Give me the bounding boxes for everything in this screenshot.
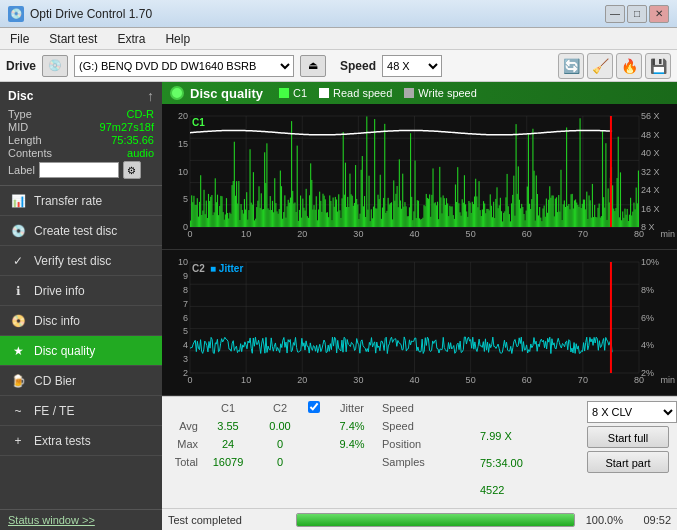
nav-disc-info[interactable]: 📀 Disc info bbox=[0, 306, 162, 336]
nav-disc-quality[interactable]: ★ Disc quality bbox=[0, 336, 162, 366]
chart1-canvas bbox=[162, 104, 677, 249]
chart-title: Disc quality bbox=[190, 86, 263, 101]
row-max-c1: 24 bbox=[202, 438, 254, 450]
nav-extra-tests[interactable]: + Extra tests bbox=[0, 426, 162, 456]
time-display: 09:52 bbox=[631, 514, 671, 526]
nav-label-create-test-disc: Create test disc bbox=[34, 224, 117, 238]
chart2-canvas bbox=[162, 250, 677, 395]
row-avg-label: Avg bbox=[166, 420, 202, 432]
title-bar: 💿 Opti Drive Control 1.70 — □ ✕ bbox=[0, 0, 677, 28]
col-header-speed: Speed bbox=[382, 402, 472, 414]
nav-fe-te[interactable]: ~ FE / TE bbox=[0, 396, 162, 426]
nav-label-cd-bier: CD Bier bbox=[34, 374, 76, 388]
status-text: Test completed bbox=[168, 514, 288, 526]
fe-te-icon: ~ bbox=[10, 403, 26, 419]
chart1-area bbox=[162, 104, 677, 250]
row-avg-jitter: 7.4% bbox=[322, 420, 382, 432]
disc-quality-icon: ★ bbox=[10, 343, 26, 359]
row-total-c1: 16079 bbox=[202, 456, 254, 468]
menu-help[interactable]: Help bbox=[159, 30, 196, 48]
label-label: Label bbox=[8, 164, 35, 176]
app-icon: 💿 bbox=[8, 6, 24, 22]
legend-write-speed-label: Write speed bbox=[418, 87, 477, 99]
chart2-area bbox=[162, 250, 677, 396]
extra-tests-icon: + bbox=[10, 433, 26, 449]
mid-label: MID bbox=[8, 121, 28, 133]
disc-panel-arrow[interactable]: ↑ bbox=[147, 88, 154, 104]
menu-file[interactable]: File bbox=[4, 30, 35, 48]
legend-read-speed-label: Read speed bbox=[333, 87, 392, 99]
refresh-button[interactable]: 🔄 bbox=[558, 53, 584, 79]
nav-label-drive-info: Drive info bbox=[34, 284, 85, 298]
contents-label: Contents bbox=[8, 147, 52, 159]
erase-button[interactable]: 🧹 bbox=[587, 53, 613, 79]
legend-read-speed-color bbox=[319, 88, 329, 98]
verify-test-disc-icon: ✓ bbox=[10, 253, 26, 269]
chart-legend: C1 Read speed Write speed bbox=[279, 87, 477, 99]
nav-transfer-rate[interactable]: 📊 Transfer rate bbox=[0, 186, 162, 216]
contents-value: audio bbox=[127, 147, 154, 159]
nav-create-test-disc[interactable]: 💿 Create test disc bbox=[0, 216, 162, 246]
col-header-check bbox=[306, 401, 322, 415]
row-max-label: Max bbox=[166, 438, 202, 450]
disc-info-icon: 📀 bbox=[10, 313, 26, 329]
samples-value: 4522 bbox=[480, 484, 577, 502]
legend-write-speed: Write speed bbox=[404, 87, 477, 99]
length-label: Length bbox=[8, 134, 42, 146]
row-avg-c2: 0.00 bbox=[254, 420, 306, 432]
drive-icon-btn[interactable]: 💿 bbox=[42, 55, 68, 77]
row-max-c2: 0 bbox=[254, 438, 306, 450]
close-button[interactable]: ✕ bbox=[649, 5, 669, 23]
disc-info-panel: Disc ↑ Type CD-R MID 97m27s18f Length 75… bbox=[0, 82, 162, 186]
type-value: CD-R bbox=[127, 108, 155, 120]
progress-bar bbox=[296, 513, 575, 527]
sidebar-nav: 📊 Transfer rate 💿 Create test disc ✓ Ver… bbox=[0, 186, 162, 509]
content-area: Disc quality C1 Read speed Write speed bbox=[162, 82, 677, 530]
col-header-c2: C2 bbox=[254, 402, 306, 414]
sidebar: Disc ↑ Type CD-R MID 97m27s18f Length 75… bbox=[0, 82, 162, 530]
jitter-checkbox[interactable] bbox=[308, 401, 320, 413]
eject-button[interactable]: ⏏ bbox=[300, 55, 326, 77]
speed-select[interactable]: 48 X bbox=[382, 55, 442, 77]
bottom-panel: C1 C2 Jitter Speed Avg 3.55 0.00 bbox=[162, 396, 677, 508]
drive-label: Drive bbox=[6, 59, 36, 73]
start-full-button[interactable]: Start full bbox=[587, 426, 669, 448]
speed-label: Speed bbox=[340, 59, 376, 73]
charts-container bbox=[162, 104, 677, 396]
nav-drive-info[interactable]: ℹ Drive info bbox=[0, 276, 162, 306]
row-total-label: Total bbox=[166, 456, 202, 468]
app-title: Opti Drive Control 1.70 bbox=[30, 7, 152, 21]
legend-read-speed: Read speed bbox=[319, 87, 392, 99]
minimize-button[interactable]: — bbox=[605, 5, 625, 23]
cd-bier-icon: 🍺 bbox=[10, 373, 26, 389]
burn-button[interactable]: 🔥 bbox=[616, 53, 642, 79]
label-input[interactable] bbox=[39, 162, 119, 178]
col-header-jitter: Jitter bbox=[322, 402, 382, 414]
transfer-rate-icon: 📊 bbox=[10, 193, 26, 209]
mid-value: 97m27s18f bbox=[100, 121, 154, 133]
clv-speed-dropdown[interactable]: 8 X CLV bbox=[587, 401, 677, 423]
position-value: 75:34.00 bbox=[480, 457, 577, 475]
save-button[interactable]: 💾 bbox=[645, 53, 671, 79]
col-header-c1: C1 bbox=[202, 402, 254, 414]
length-value: 75:35.66 bbox=[111, 134, 154, 146]
drive-info-icon: ℹ bbox=[10, 283, 26, 299]
row-avg-speed-label: Speed bbox=[382, 420, 472, 432]
speed-value: 7.99 X bbox=[480, 430, 577, 448]
start-part-button[interactable]: Start part bbox=[587, 451, 669, 473]
nav-cd-bier[interactable]: 🍺 CD Bier bbox=[0, 366, 162, 396]
menu-extra[interactable]: Extra bbox=[111, 30, 151, 48]
row-max-jitter: 9.4% bbox=[322, 438, 382, 450]
status-window-button[interactable]: Status window >> bbox=[8, 514, 95, 526]
status-window-section: Status window >> bbox=[0, 509, 162, 530]
status-bottom-bar: Test completed 100.0% 09:52 bbox=[162, 508, 677, 530]
nav-label-extra-tests: Extra tests bbox=[34, 434, 91, 448]
label-settings-btn[interactable]: ⚙ bbox=[123, 161, 141, 179]
drive-select[interactable]: (G:) BENQ DVD DD DW1640 BSRB bbox=[74, 55, 294, 77]
nav-verify-test-disc[interactable]: ✓ Verify test disc bbox=[0, 246, 162, 276]
menu-start-test[interactable]: Start test bbox=[43, 30, 103, 48]
maximize-button[interactable]: □ bbox=[627, 5, 647, 23]
disc-panel-title: Disc bbox=[8, 89, 33, 103]
nav-label-fe-te: FE / TE bbox=[34, 404, 74, 418]
legend-c1: C1 bbox=[279, 87, 307, 99]
